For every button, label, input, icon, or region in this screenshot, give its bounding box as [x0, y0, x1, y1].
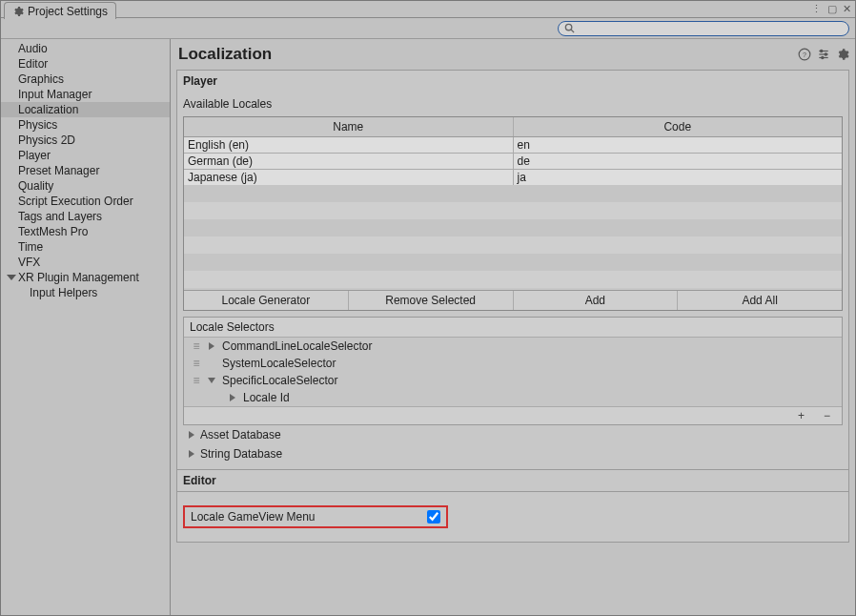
- window-title: Project Settings: [28, 5, 108, 18]
- page-title: Localization: [178, 45, 272, 64]
- sidebar-item-editor[interactable]: Editor: [1, 56, 170, 72]
- svg-point-9: [822, 56, 824, 58]
- locale-selectors-title: Locale Selectors: [184, 318, 842, 338]
- editor-section-title: Editor: [177, 469, 848, 492]
- svg-point-7: [821, 50, 823, 51]
- sidebar-item-script-execution-order[interactable]: Script Execution Order: [1, 194, 170, 209]
- selector-label: SystemLocaleSelector: [222, 357, 336, 370]
- selector-row-system[interactable]: ≡ SystemLocaleSelector: [184, 355, 842, 372]
- table-row[interactable]: English (en) en: [184, 137, 842, 153]
- selector-row-locale-id[interactable]: Locale Id: [184, 389, 842, 406]
- player-section-title: Player: [177, 71, 848, 92]
- foldout-collapsed-icon[interactable]: [230, 394, 235, 401]
- string-database-foldout[interactable]: String Database: [183, 444, 843, 463]
- column-code[interactable]: Code: [514, 117, 843, 136]
- cell-name: Japanese (ja): [184, 170, 514, 185]
- svg-line-1: [571, 30, 574, 32]
- selector-row-specific[interactable]: ≡ SpecificLocaleSelector: [184, 372, 842, 389]
- sidebar-item-tags-and-layers[interactable]: Tags and Layers: [1, 209, 170, 224]
- foldout-expanded-icon[interactable]: [208, 378, 215, 383]
- cell-code: de: [514, 154, 843, 169]
- search-icon: [564, 23, 575, 33]
- titlebar: Project Settings ⋮ ▢ ✕: [1, 1, 855, 18]
- window-tab[interactable]: Project Settings: [4, 2, 116, 19]
- sidebar-item-vfx[interactable]: VFX: [1, 255, 170, 270]
- player-section-body: Available Locales Name Code English (en)…: [177, 92, 848, 469]
- player-section: Player Available Locales Name Code Engli…: [176, 70, 849, 543]
- foldout-label: String Database: [200, 447, 282, 461]
- foldout-collapsed-icon: [189, 450, 194, 458]
- sidebar-item-input-helpers[interactable]: Input Helpers: [1, 285, 170, 300]
- sidebar-item-graphics[interactable]: Graphics: [1, 72, 170, 87]
- remove-selector-button[interactable]: −: [818, 409, 836, 422]
- add-button[interactable]: Add: [514, 291, 679, 310]
- locales-empty-area: [184, 185, 842, 290]
- locale-selectors-section: Locale Selectors ≡ CommandLineLocaleSele…: [183, 317, 843, 425]
- column-name[interactable]: Name: [184, 117, 514, 136]
- table-row[interactable]: German (de) de: [184, 153, 842, 169]
- add-all-button[interactable]: Add All: [678, 291, 842, 310]
- locales-table: Name Code English (en) en German (de) de: [183, 116, 843, 311]
- cell-code: en: [514, 137, 843, 153]
- help-icon[interactable]: ?: [798, 48, 811, 61]
- add-selector-button[interactable]: +: [792, 409, 810, 422]
- content-header: Localization ?: [176, 45, 849, 64]
- locale-selectors-list: ≡ CommandLineLocaleSelector ≡ SystemLoca…: [184, 338, 842, 406]
- main-split: Audio Editor Graphics Input Manager Loca…: [1, 39, 855, 615]
- selector-label: SpecificLocaleSelector: [222, 374, 337, 387]
- locale-gameview-menu-row: Locale GameView Menu: [183, 505, 448, 528]
- remove-selected-button[interactable]: Remove Selected: [349, 291, 514, 310]
- table-row[interactable]: Japanese (ja) ja: [184, 169, 842, 185]
- window-maximize-icon[interactable]: ▢: [827, 3, 837, 15]
- sidebar-item-physics-2d[interactable]: Physics 2D: [1, 133, 170, 148]
- sidebar-item-player[interactable]: Player: [1, 148, 170, 163]
- drag-handle-icon[interactable]: ≡: [190, 339, 203, 353]
- sidebar-item-localization[interactable]: Localization: [1, 102, 170, 117]
- locale-gameview-menu-checkbox[interactable]: [427, 510, 440, 524]
- sidebar-item-time[interactable]: Time: [1, 239, 170, 255]
- window-controls: ⋮ ▢ ✕: [811, 3, 851, 15]
- available-locales-label: Available Locales: [183, 95, 843, 116]
- locale-gameview-menu-label: Locale GameView Menu: [191, 510, 316, 524]
- locales-buttons: Locale Generator Remove Selected Add Add…: [184, 290, 842, 310]
- svg-text:?: ?: [803, 51, 806, 58]
- foldout-label: Asset Database: [200, 428, 281, 441]
- locale-selectors-footer: + −: [184, 406, 842, 424]
- searchbar: [1, 18, 855, 39]
- selector-label: Locale Id: [243, 391, 290, 404]
- sidebar-item-quality[interactable]: Quality: [1, 178, 170, 194]
- locale-generator-button[interactable]: Locale Generator: [184, 291, 349, 310]
- asset-database-foldout[interactable]: Asset Database: [183, 425, 843, 444]
- preset-icon[interactable]: [817, 48, 830, 61]
- window-close-icon[interactable]: ✕: [843, 3, 851, 15]
- search-field[interactable]: [558, 21, 849, 36]
- content-panel: Localization ? Player Available Locales …: [171, 39, 855, 615]
- sidebar-item-input-manager[interactable]: Input Manager: [1, 87, 170, 102]
- locales-header: Name Code: [184, 117, 842, 137]
- settings-sidebar: Audio Editor Graphics Input Manager Loca…: [1, 39, 171, 615]
- selector-row-commandline[interactable]: ≡ CommandLineLocaleSelector: [184, 338, 842, 355]
- sidebar-item-textmesh-pro[interactable]: TextMesh Pro: [1, 224, 170, 239]
- gear-icon: [12, 6, 24, 17]
- foldout-collapsed-icon[interactable]: [209, 342, 214, 350]
- drag-handle-icon[interactable]: ≡: [190, 374, 203, 387]
- svg-point-8: [825, 53, 826, 55]
- cell-code: ja: [514, 170, 843, 185]
- drag-handle-icon[interactable]: ≡: [190, 357, 203, 370]
- selector-label: CommandLineLocaleSelector: [222, 339, 372, 353]
- header-icons: ?: [798, 48, 849, 61]
- editor-section-body: Locale GameView Menu: [177, 492, 848, 542]
- sidebar-item-xr-plugin-management[interactable]: XR Plugin Management: [1, 270, 170, 285]
- sidebar-item-audio[interactable]: Audio: [1, 41, 170, 56]
- window-menu-icon[interactable]: ⋮: [811, 3, 822, 15]
- sidebar-item-preset-manager[interactable]: Preset Manager: [1, 163, 170, 178]
- cell-name: German (de): [184, 154, 514, 169]
- locales-body: English (en) en German (de) de Japanese …: [184, 137, 842, 185]
- search-input[interactable]: [575, 23, 843, 34]
- cell-name: English (en): [184, 137, 514, 153]
- svg-point-0: [565, 24, 571, 30]
- sidebar-item-physics[interactable]: Physics: [1, 117, 170, 133]
- foldout-collapsed-icon: [189, 431, 194, 439]
- settings-gear-icon[interactable]: [836, 48, 849, 61]
